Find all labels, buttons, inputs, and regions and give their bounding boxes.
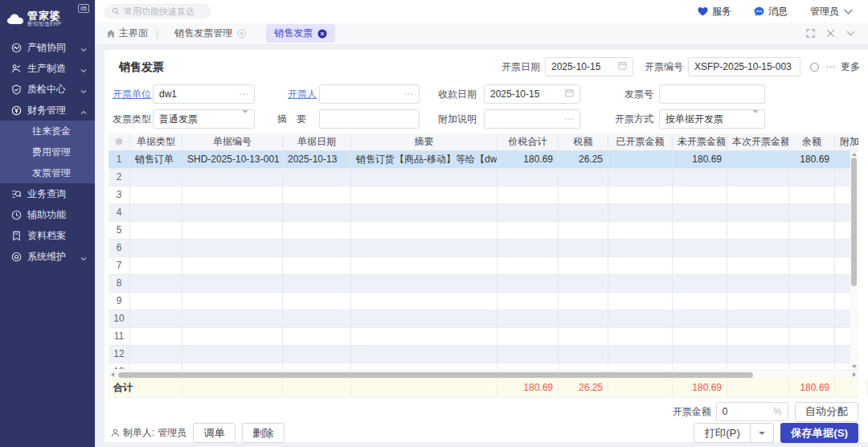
- table-cell[interactable]: [727, 169, 789, 187]
- service-menu[interactable]: 服务: [698, 5, 731, 18]
- table-cell[interactable]: [673, 240, 727, 257]
- billing-method-select[interactable]: 按单据开发票: [659, 109, 765, 129]
- table-cell[interactable]: [673, 204, 727, 222]
- table-row[interactable]: 11: [108, 328, 858, 346]
- user-menu[interactable]: 管理员: [810, 5, 854, 18]
- table-cell[interactable]: [727, 222, 789, 240]
- messages-menu[interactable]: 消息: [754, 5, 788, 18]
- table-cell[interactable]: [283, 328, 351, 346]
- sidebar-subitem[interactable]: 费用管理: [0, 141, 95, 162]
- table-cell[interactable]: [559, 310, 608, 328]
- table-row[interactable]: 1销售订单SHD-2025-10-13-0012025-10-13销售订货【商品…: [108, 151, 858, 169]
- maximize-icon[interactable]: [806, 29, 815, 38]
- table-row[interactable]: 7: [108, 257, 858, 275]
- table-cell[interactable]: [283, 169, 351, 187]
- table-row[interactable]: 9: [108, 293, 858, 310]
- table-cell[interactable]: [351, 328, 497, 346]
- table-cell[interactable]: [673, 257, 727, 275]
- table-cell[interactable]: [283, 257, 351, 275]
- table-cell[interactable]: [673, 187, 727, 204]
- print-button[interactable]: 打印(P): [694, 423, 750, 443]
- table-cell[interactable]: [559, 328, 608, 346]
- table-cell[interactable]: [497, 275, 559, 293]
- close-icon[interactable]: [826, 29, 835, 38]
- table-cell[interactable]: [789, 169, 835, 187]
- close-tab-icon[interactable]: [317, 29, 327, 39]
- table-cell[interactable]: SHD-2025-10-13-001: [182, 151, 283, 169]
- table-cell[interactable]: [182, 222, 283, 240]
- table-cell[interactable]: [351, 257, 497, 275]
- table-cell[interactable]: [727, 328, 789, 346]
- invoice-number-input[interactable]: [659, 84, 765, 104]
- table-cell[interactable]: [608, 328, 673, 346]
- table-cell[interactable]: [559, 257, 608, 275]
- delete-button[interactable]: 删除: [242, 423, 285, 443]
- summary-input[interactable]: [319, 109, 420, 129]
- column-header[interactable]: 税额: [559, 133, 608, 151]
- table-cell[interactable]: [130, 257, 182, 275]
- tab-sales-invoice-mgmt[interactable]: 销售发票管理: [166, 24, 255, 43]
- tab-sales-invoice[interactable]: 销售发票: [266, 24, 335, 43]
- table-cell[interactable]: [789, 204, 835, 222]
- recall-order-button[interactable]: 调单: [193, 423, 235, 443]
- table-row[interactable]: 10: [108, 310, 858, 328]
- table-cell[interactable]: [789, 257, 835, 275]
- table-cell[interactable]: [559, 240, 608, 257]
- table-cell[interactable]: [130, 204, 182, 222]
- table-cell[interactable]: [559, 293, 608, 310]
- extra-note-input[interactable]: ⋯: [484, 109, 580, 129]
- table-cell[interactable]: [559, 204, 608, 222]
- table-cell[interactable]: [182, 275, 283, 293]
- sidebar-item[interactable]: 辅助功能: [0, 204, 95, 225]
- column-header[interactable]: 余额: [789, 133, 835, 151]
- sidebar-subitem[interactable]: 发票管理: [0, 162, 95, 183]
- table-cell[interactable]: [130, 346, 182, 363]
- billing-unit-input[interactable]: dw1⋯: [153, 84, 255, 104]
- table-cell[interactable]: 2025-10-13: [283, 151, 351, 169]
- vertical-scroll-thumb[interactable]: [851, 158, 857, 286]
- table-cell[interactable]: [283, 310, 351, 328]
- invoice-date-input[interactable]: 2025-10-15: [545, 57, 633, 76]
- column-settings-gear-icon[interactable]: [108, 133, 130, 151]
- table-cell[interactable]: [559, 169, 608, 187]
- table-cell[interactable]: [351, 240, 497, 257]
- refresh-icon[interactable]: [810, 63, 819, 72]
- table-cell[interactable]: [130, 187, 182, 204]
- vertical-scrollbar[interactable]: [850, 151, 858, 370]
- table-cell[interactable]: [608, 293, 673, 310]
- table-cell[interactable]: [789, 222, 835, 240]
- table-cell[interactable]: [130, 293, 182, 310]
- table-cell[interactable]: [497, 346, 559, 363]
- table-cell[interactable]: [559, 346, 608, 363]
- sidebar-item[interactable]: 系统维护: [0, 246, 95, 267]
- table-cell[interactable]: [130, 328, 182, 346]
- table-cell[interactable]: [789, 346, 835, 363]
- table-cell[interactable]: [497, 222, 559, 240]
- table-cell[interactable]: [727, 240, 789, 257]
- invoice-no-input[interactable]: XSFP-2025-10-15-003: [688, 57, 800, 76]
- table-cell[interactable]: [608, 204, 673, 222]
- table-cell[interactable]: [182, 257, 283, 275]
- table-cell[interactable]: [673, 293, 727, 310]
- table-row[interactable]: 8: [108, 275, 858, 293]
- collapse-icon[interactable]: [846, 29, 855, 38]
- table-cell[interactable]: [182, 328, 283, 346]
- table-cell[interactable]: [497, 328, 559, 346]
- table-cell[interactable]: [130, 275, 182, 293]
- save-document-button[interactable]: 保存单据(S): [780, 423, 858, 443]
- column-header[interactable]: 单据类型: [130, 133, 182, 151]
- table-cell[interactable]: [351, 346, 497, 363]
- drawer-label[interactable]: 开票人: [288, 88, 317, 101]
- table-row[interactable]: 12: [108, 346, 858, 363]
- table-row[interactable]: 6: [108, 240, 858, 257]
- table-cell[interactable]: [673, 169, 727, 187]
- table-cell[interactable]: [727, 187, 789, 204]
- table-cell[interactable]: [497, 187, 559, 204]
- table-cell[interactable]: [351, 204, 497, 222]
- table-cell[interactable]: [351, 187, 497, 204]
- table-cell[interactable]: [673, 346, 727, 363]
- scroll-down-icon[interactable]: [852, 365, 857, 368]
- table-cell[interactable]: [497, 310, 559, 328]
- table-cell[interactable]: [283, 346, 351, 363]
- table-cell[interactable]: [283, 240, 351, 257]
